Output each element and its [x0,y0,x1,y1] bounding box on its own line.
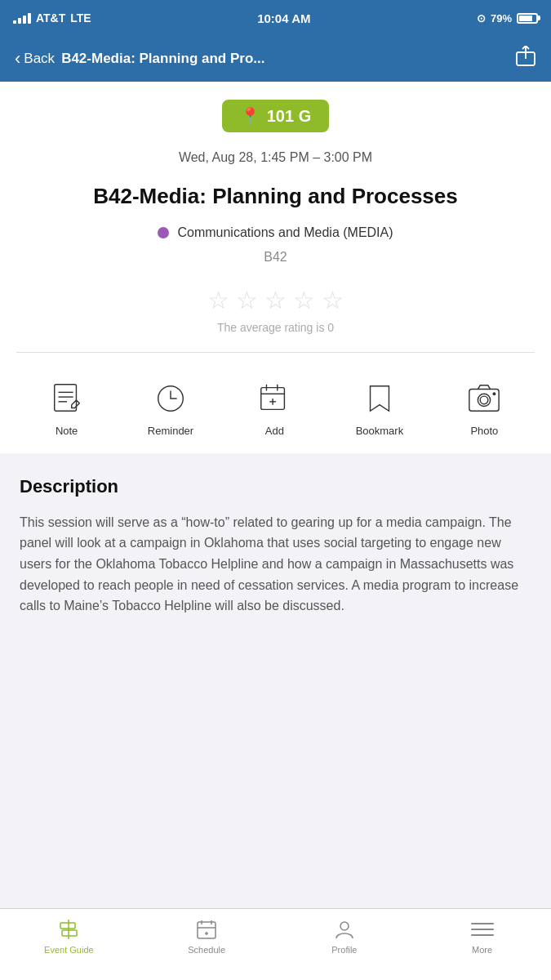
session-code: B42 [0,247,551,278]
tab-schedule-label: Schedule [188,945,225,955]
add-label: Add [265,425,284,437]
svg-rect-20 [62,930,77,936]
back-chevron-icon: ‹ [15,50,20,68]
tab-profile-label: Profile [331,945,357,955]
network-label: LTE [70,11,91,24]
star-4[interactable]: ☆ [293,286,315,314]
actions-bar: Note Reminder [0,366,551,453]
star-5[interactable]: ☆ [322,286,344,314]
reminder-label: Reminder [148,425,193,437]
signal-bars [13,13,31,24]
svg-rect-2 [54,385,76,411]
status-bar: AT&T LTE 10:04 AM ⊙ 79% [0,0,551,36]
description-title: Description [20,476,531,497]
bookmark-icon [360,379,399,418]
profile-icon [332,917,357,942]
battery-icon [517,13,538,24]
svg-point-16 [481,396,489,404]
back-label: Back [24,51,55,67]
nav-title: B42-Media: Planning and Pro... [61,51,515,67]
status-left: AT&T LTE [13,11,91,24]
photo-action[interactable]: Photo [464,379,504,437]
back-button[interactable]: ‹ Back [15,50,55,68]
star-1[interactable]: ☆ [207,286,229,314]
nav-bar: ‹ Back B42-Media: Planning and Pro... [0,36,551,82]
note-icon [47,379,87,418]
star-3[interactable]: ☆ [264,286,287,314]
content-area: 📍 101 G Wed, Aug 28, 1:45 PM – 3:00 PM B… [0,82,551,453]
tab-event-guide[interactable]: Event Guide [0,917,138,955]
reminder-icon [151,379,190,418]
svg-point-27 [340,922,349,930]
event-guide-icon [56,917,81,942]
lock-icon: ⊙ [477,12,486,24]
bookmark-label: Bookmark [356,425,404,437]
tab-event-guide-label: Event Guide [44,945,94,955]
svg-point-17 [493,392,496,395]
description-section: Description This session will serve as a… [0,453,551,633]
stars-container[interactable]: ☆ ☆ ☆ ☆ ☆ [0,286,551,314]
description-text: This session will serve as a “how-to” re… [20,512,531,617]
location-badge[interactable]: 📍 101 G [222,100,329,132]
location-text: 101 G [267,107,311,126]
category-section: Communications and Media (MEDIA) [0,225,551,247]
carrier-label: AT&T [36,11,65,24]
photo-icon [464,379,504,418]
more-icon [470,917,495,942]
category-dot [158,227,169,238]
status-right: ⊙ 79% [477,12,538,24]
star-2[interactable]: ☆ [236,286,258,314]
category-label: Communications and Media (MEDIA) [177,225,393,240]
share-button[interactable] [515,46,536,72]
datetime-text: Wed, Aug 28, 1:45 PM – 3:00 PM [179,150,372,164]
add-action[interactable]: Add [255,379,294,437]
bookmark-action[interactable]: Bookmark [356,379,404,437]
tab-profile[interactable]: Profile [276,917,414,955]
datetime-section: Wed, Aug 28, 1:45 PM – 3:00 PM [0,145,551,180]
svg-rect-21 [198,922,216,938]
tab-more-label: More [472,945,492,955]
reminder-action[interactable]: Reminder [148,379,193,437]
stars-section: ☆ ☆ ☆ ☆ ☆ The average rating is 0 [0,278,551,339]
add-icon [255,379,294,418]
schedule-icon [194,917,219,942]
rating-text: The average rating is 0 [0,321,551,334]
battery-percent: 79% [491,12,512,24]
photo-label: Photo [470,425,498,437]
note-label: Note [56,425,78,437]
tab-bar: Event Guide Schedule Profile [0,908,551,980]
svg-rect-19 [60,923,75,929]
tab-schedule[interactable]: Schedule [138,917,276,955]
tab-more[interactable]: More [413,917,551,955]
location-pin-icon: 📍 [240,106,260,126]
divider-1 [16,352,535,353]
note-action[interactable]: Note [47,379,87,437]
session-title: B42-Media: Planning and Processes [0,180,551,225]
time-label: 10:04 AM [257,11,310,25]
location-section: 📍 101 G [0,82,551,145]
